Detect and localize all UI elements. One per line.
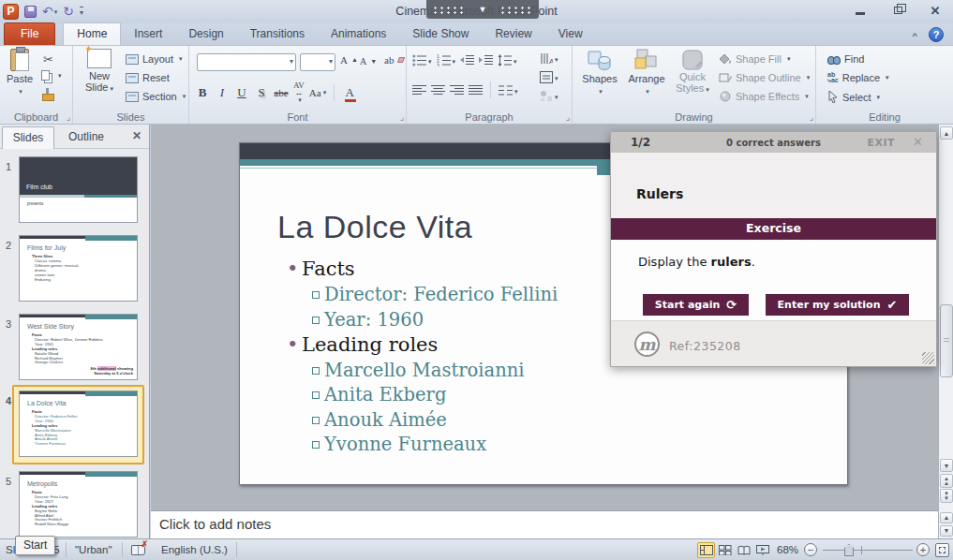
text-direction-button[interactable]: A: [540, 52, 558, 65]
numbering-button[interactable]: 123: [437, 53, 456, 66]
slide-thumbnail-3[interactable]: West Side Story FactsDirector: Robert Wi…: [19, 314, 138, 380]
vertical-scrollbar[interactable]: ▲ ▼ ▲ ▲ ▼ ▼ ▲ ▼: [938, 125, 953, 538]
exercise-panel[interactable]: 1/2 0 correct answers EXIT ✕ Rulers Exer…: [610, 131, 937, 367]
panel-resize-handle[interactable]: [922, 352, 934, 364]
change-case-button[interactable]: Aa: [309, 84, 326, 102]
notes-placeholder[interactable]: Click to add notes: [159, 516, 271, 532]
slide-sorter-button[interactable]: [716, 542, 734, 558]
tab-home[interactable]: Home: [63, 22, 121, 45]
shrink-font-button[interactable]: A▼: [360, 56, 377, 66]
columns-button[interactable]: [499, 83, 518, 96]
tab-insert[interactable]: Insert: [121, 23, 175, 45]
start-again-button[interactable]: Start again⟳: [643, 294, 749, 316]
section-button[interactable]: Section: [126, 91, 186, 102]
italic-button[interactable]: I: [215, 84, 230, 102]
align-right-button[interactable]: [450, 83, 464, 96]
line-spacing-button[interactable]: [498, 53, 517, 66]
strikethrough-button[interactable]: abe: [274, 84, 289, 102]
minimize-button[interactable]: [848, 4, 872, 18]
fit-to-window-button[interactable]: [935, 543, 949, 557]
normal-view-button[interactable]: [697, 542, 715, 558]
find-button[interactable]: Find: [827, 53, 864, 65]
exit-button[interactable]: EXIT: [867, 137, 895, 149]
decrease-indent-button[interactable]: [460, 53, 474, 66]
tab-animations[interactable]: Animations: [318, 23, 399, 45]
zoom-level[interactable]: 68%: [777, 544, 798, 555]
screen-share-drag-handle[interactable]: ▼: [426, 0, 539, 19]
shapes-button[interactable]: Shapes: [580, 49, 619, 96]
align-text-button[interactable]: [540, 70, 558, 83]
paragraph-dialog-launcher[interactable]: [566, 113, 570, 122]
notes-scroll-down-button[interactable]: ▼: [940, 525, 953, 537]
shape-effects-button[interactable]: Shape Effects: [719, 91, 809, 102]
tab-outline-pane[interactable]: Outline: [56, 126, 116, 149]
bullets-button[interactable]: [412, 53, 432, 66]
restore-button[interactable]: [886, 4, 910, 18]
enter-solution-button[interactable]: Enter my solution✔: [766, 294, 909, 316]
copy-button[interactable]: [41, 70, 62, 81]
close-pane-icon[interactable]: ✕: [132, 129, 141, 142]
slide-thumbnail-5[interactable]: Metropolis FactsDirector: Fritz LangYear…: [19, 471, 138, 538]
tab-file[interactable]: File: [4, 22, 55, 45]
character-spacing-button[interactable]: AV↔: [293, 81, 305, 104]
zoom-out-button[interactable]: −: [804, 543, 817, 556]
underline-button[interactable]: U: [234, 84, 249, 102]
bold-button[interactable]: B: [195, 84, 210, 102]
zoom-in-button[interactable]: +: [916, 543, 930, 556]
scrollbar-thumb[interactable]: [940, 304, 953, 377]
text-shadow-button[interactable]: S: [254, 84, 269, 102]
slide-thumbnail-1[interactable]: Film club presents: [19, 156, 138, 223]
slide-title[interactable]: La Dolce Vita: [277, 209, 472, 245]
replace-button[interactable]: ab⤷acReplace: [827, 72, 889, 83]
arrange-button[interactable]: Arrange: [625, 49, 668, 96]
theme-indicator[interactable]: "Urban": [75, 544, 112, 555]
exercise-panel-header[interactable]: 1/2 0 correct answers EXIT ✕: [611, 132, 936, 153]
tab-slideshow[interactable]: Slide Show: [399, 23, 482, 45]
clipboard-dialog-launcher[interactable]: [67, 113, 70, 122]
zoom-slider[interactable]: [844, 544, 854, 556]
notes-scroll-up-button[interactable]: ▲: [940, 512, 953, 523]
tab-review[interactable]: Review: [482, 23, 544, 45]
quick-styles-button[interactable]: Quick Styles: [672, 49, 713, 96]
font-name-combo[interactable]: [197, 53, 296, 71]
collapse-ribbon-icon[interactable]: ˄: [912, 31, 917, 39]
justify-button[interactable]: [469, 83, 483, 96]
tab-view[interactable]: View: [545, 23, 596, 45]
language-indicator[interactable]: English (U.S.): [161, 544, 228, 555]
tab-transitions[interactable]: Transitions: [237, 23, 318, 45]
slideshow-view-button[interactable]: [753, 542, 771, 558]
new-slide-button[interactable]: New Slide: [78, 49, 121, 95]
next-slide-button[interactable]: ▼ ▼: [940, 489, 953, 503]
scroll-up-button[interactable]: ▲: [940, 126, 953, 140]
tab-design[interactable]: Design: [175, 23, 236, 45]
format-painter-button[interactable]: [42, 88, 52, 99]
previous-slide-button[interactable]: ▲ ▲: [940, 474, 953, 488]
shape-fill-button[interactable]: Shape Fill: [719, 53, 790, 65]
font-color-button[interactable]: A: [342, 84, 357, 102]
reset-button[interactable]: Reset: [126, 72, 170, 83]
font-size-combo[interactable]: [300, 53, 335, 71]
scroll-down-button[interactable]: ▼: [940, 459, 953, 472]
panel-close-icon[interactable]: ✕: [913, 135, 923, 149]
reading-view-button[interactable]: [735, 542, 752, 558]
slide-thumbnail-4[interactable]: La Dolce Vita FactsDirector: Federico Fe…: [19, 391, 138, 457]
paste-button[interactable]: Paste: [3, 49, 37, 96]
tab-slides-pane[interactable]: Slides: [2, 126, 54, 149]
select-button[interactable]: Select: [827, 91, 880, 103]
close-button[interactable]: ✕: [923, 4, 947, 18]
increase-indent-button[interactable]: [479, 53, 493, 66]
font-dialog-launcher[interactable]: [400, 113, 404, 122]
spellcheck-icon[interactable]: [131, 545, 145, 555]
convert-smartart-button[interactable]: [540, 89, 558, 102]
notes-pane[interactable]: Click to add notes: [151, 510, 938, 538]
grow-font-button[interactable]: A▲: [340, 54, 358, 66]
cut-button[interactable]: ✂: [43, 52, 53, 66]
slide-thumbnail-2[interactable]: Films for July Three filmsClassic cinema…: [19, 235, 138, 302]
align-center-button[interactable]: [431, 83, 445, 96]
layout-button[interactable]: Layout: [126, 53, 183, 65]
help-icon[interactable]: ?: [929, 27, 944, 42]
shape-outline-button[interactable]: Shape Outline: [719, 72, 810, 83]
clear-formatting-button[interactable]: ab: [384, 54, 404, 66]
drawing-dialog-launcher[interactable]: [810, 113, 813, 122]
align-left-button[interactable]: [412, 83, 426, 96]
